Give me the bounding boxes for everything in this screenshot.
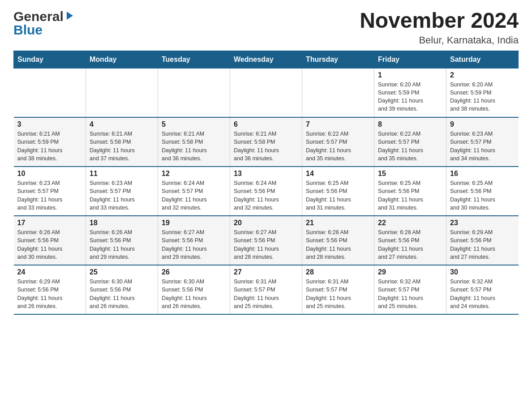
month-title: November 2024 bbox=[360, 9, 519, 33]
calendar-cell: 12Sunrise: 6:24 AM Sunset: 5:57 PM Dayli… bbox=[158, 167, 230, 216]
calendar-cell: 20Sunrise: 6:27 AM Sunset: 5:56 PM Dayli… bbox=[230, 216, 302, 265]
day-number: 9 bbox=[450, 120, 515, 128]
calendar-cell bbox=[158, 68, 230, 117]
header-day-thursday: Thursday bbox=[302, 51, 374, 68]
calendar-cell: 28Sunrise: 6:31 AM Sunset: 5:57 PM Dayli… bbox=[302, 265, 374, 314]
day-info: Sunrise: 6:23 AM Sunset: 5:57 PM Dayligh… bbox=[90, 179, 154, 212]
calendar-week-2: 3Sunrise: 6:21 AM Sunset: 5:59 PM Daylig… bbox=[14, 117, 519, 167]
day-info: Sunrise: 6:30 AM Sunset: 5:56 PM Dayligh… bbox=[162, 278, 226, 310]
day-number: 24 bbox=[17, 268, 82, 276]
calendar-cell: 23Sunrise: 6:29 AM Sunset: 5:56 PM Dayli… bbox=[446, 216, 519, 265]
day-info: Sunrise: 6:28 AM Sunset: 5:56 PM Dayligh… bbox=[378, 228, 442, 261]
day-info: Sunrise: 6:29 AM Sunset: 5:56 PM Dayligh… bbox=[450, 228, 515, 261]
calendar-cell: 10Sunrise: 6:23 AM Sunset: 5:57 PM Dayli… bbox=[14, 167, 86, 216]
calendar-cell: 18Sunrise: 6:26 AM Sunset: 5:56 PM Dayli… bbox=[86, 216, 158, 265]
day-info: Sunrise: 6:23 AM Sunset: 5:57 PM Dayligh… bbox=[450, 130, 515, 163]
day-number: 14 bbox=[306, 170, 370, 178]
day-number: 11 bbox=[90, 170, 154, 178]
header-day-saturday: Saturday bbox=[446, 51, 519, 68]
day-info: Sunrise: 6:32 AM Sunset: 5:57 PM Dayligh… bbox=[450, 278, 515, 310]
calendar-cell: 15Sunrise: 6:25 AM Sunset: 5:56 PM Dayli… bbox=[374, 167, 446, 216]
calendar-cell: 1Sunrise: 6:20 AM Sunset: 5:59 PM Daylig… bbox=[374, 68, 446, 117]
calendar-cell: 25Sunrise: 6:30 AM Sunset: 5:56 PM Dayli… bbox=[86, 265, 158, 314]
logo: General Blue bbox=[13, 9, 75, 38]
header-row: SundayMondayTuesdayWednesdayThursdayFrid… bbox=[14, 51, 519, 68]
calendar-week-4: 17Sunrise: 6:26 AM Sunset: 5:56 PM Dayli… bbox=[14, 216, 519, 265]
day-info: Sunrise: 6:21 AM Sunset: 5:58 PM Dayligh… bbox=[162, 130, 226, 163]
logo-general-text: General bbox=[13, 9, 64, 24]
day-info: Sunrise: 6:26 AM Sunset: 5:56 PM Dayligh… bbox=[90, 228, 154, 261]
day-number: 22 bbox=[378, 219, 442, 227]
day-number: 2 bbox=[450, 71, 515, 79]
day-info: Sunrise: 6:20 AM Sunset: 5:59 PM Dayligh… bbox=[450, 81, 515, 113]
day-info: Sunrise: 6:27 AM Sunset: 5:56 PM Dayligh… bbox=[234, 228, 298, 261]
logo-blue-text: Blue bbox=[13, 22, 43, 38]
title-block: November 2024 Belur, Karnataka, India bbox=[360, 9, 519, 46]
day-number: 29 bbox=[378, 268, 442, 276]
day-info: Sunrise: 6:32 AM Sunset: 5:57 PM Dayligh… bbox=[378, 278, 442, 310]
calendar-cell: 24Sunrise: 6:29 AM Sunset: 5:56 PM Dayli… bbox=[14, 265, 86, 314]
calendar-cell: 14Sunrise: 6:25 AM Sunset: 5:56 PM Dayli… bbox=[302, 167, 374, 216]
day-number: 7 bbox=[306, 120, 370, 128]
day-number: 10 bbox=[17, 170, 82, 178]
header-day-tuesday: Tuesday bbox=[158, 51, 230, 68]
day-number: 26 bbox=[162, 268, 226, 276]
day-info: Sunrise: 6:28 AM Sunset: 5:56 PM Dayligh… bbox=[306, 228, 370, 261]
day-number: 30 bbox=[450, 268, 515, 276]
calendar-cell bbox=[86, 68, 158, 117]
day-info: Sunrise: 6:31 AM Sunset: 5:57 PM Dayligh… bbox=[234, 278, 298, 310]
day-number: 4 bbox=[90, 120, 154, 128]
day-number: 15 bbox=[378, 170, 442, 178]
day-number: 27 bbox=[234, 268, 298, 276]
calendar-cell: 4Sunrise: 6:21 AM Sunset: 5:58 PM Daylig… bbox=[86, 117, 158, 167]
day-number: 8 bbox=[378, 120, 442, 128]
calendar-cell bbox=[302, 68, 374, 117]
calendar-cell: 27Sunrise: 6:31 AM Sunset: 5:57 PM Dayli… bbox=[230, 265, 302, 314]
calendar-cell: 17Sunrise: 6:26 AM Sunset: 5:56 PM Dayli… bbox=[14, 216, 86, 265]
day-info: Sunrise: 6:22 AM Sunset: 5:57 PM Dayligh… bbox=[378, 130, 442, 163]
day-number: 18 bbox=[90, 219, 154, 227]
day-info: Sunrise: 6:20 AM Sunset: 5:59 PM Dayligh… bbox=[378, 81, 442, 113]
day-info: Sunrise: 6:21 AM Sunset: 5:58 PM Dayligh… bbox=[234, 130, 298, 163]
page-header: General Blue November 2024 Belur, Karnat… bbox=[13, 9, 519, 46]
day-info: Sunrise: 6:24 AM Sunset: 5:56 PM Dayligh… bbox=[234, 179, 298, 212]
day-info: Sunrise: 6:29 AM Sunset: 5:56 PM Dayligh… bbox=[17, 278, 82, 310]
calendar-table: SundayMondayTuesdayWednesdayThursdayFrid… bbox=[13, 51, 519, 315]
calendar-cell: 3Sunrise: 6:21 AM Sunset: 5:59 PM Daylig… bbox=[14, 117, 86, 167]
calendar-cell: 30Sunrise: 6:32 AM Sunset: 5:57 PM Dayli… bbox=[446, 265, 519, 314]
day-number: 16 bbox=[450, 170, 515, 178]
day-info: Sunrise: 6:25 AM Sunset: 5:56 PM Dayligh… bbox=[378, 179, 442, 212]
day-number: 12 bbox=[162, 170, 226, 178]
calendar-cell: 8Sunrise: 6:22 AM Sunset: 5:57 PM Daylig… bbox=[374, 117, 446, 167]
calendar-cell: 19Sunrise: 6:27 AM Sunset: 5:56 PM Dayli… bbox=[158, 216, 230, 265]
header-day-sunday: Sunday bbox=[14, 51, 86, 68]
day-number: 3 bbox=[17, 120, 82, 128]
day-info: Sunrise: 6:25 AM Sunset: 5:56 PM Dayligh… bbox=[450, 179, 515, 212]
svg-marker-0 bbox=[67, 12, 73, 20]
calendar-week-1: 1Sunrise: 6:20 AM Sunset: 5:59 PM Daylig… bbox=[14, 68, 519, 117]
day-info: Sunrise: 6:26 AM Sunset: 5:56 PM Dayligh… bbox=[17, 228, 82, 261]
calendar-cell: 21Sunrise: 6:28 AM Sunset: 5:56 PM Dayli… bbox=[302, 216, 374, 265]
calendar-cell: 22Sunrise: 6:28 AM Sunset: 5:56 PM Dayli… bbox=[374, 216, 446, 265]
day-info: Sunrise: 6:21 AM Sunset: 5:58 PM Dayligh… bbox=[90, 130, 154, 163]
day-info: Sunrise: 6:25 AM Sunset: 5:56 PM Dayligh… bbox=[306, 179, 370, 212]
day-info: Sunrise: 6:21 AM Sunset: 5:59 PM Dayligh… bbox=[17, 130, 82, 163]
day-info: Sunrise: 6:22 AM Sunset: 5:57 PM Dayligh… bbox=[306, 130, 370, 163]
location-subtitle: Belur, Karnataka, India bbox=[360, 34, 519, 46]
day-info: Sunrise: 6:27 AM Sunset: 5:56 PM Dayligh… bbox=[162, 228, 226, 261]
logo-arrow-icon bbox=[65, 11, 75, 22]
calendar-body: 1Sunrise: 6:20 AM Sunset: 5:59 PM Daylig… bbox=[14, 68, 519, 314]
header-day-monday: Monday bbox=[86, 51, 158, 68]
day-info: Sunrise: 6:24 AM Sunset: 5:57 PM Dayligh… bbox=[162, 179, 226, 212]
day-info: Sunrise: 6:23 AM Sunset: 5:57 PM Dayligh… bbox=[17, 179, 82, 212]
day-number: 5 bbox=[162, 120, 226, 128]
calendar-cell bbox=[230, 68, 302, 117]
day-number: 28 bbox=[306, 268, 370, 276]
calendar-cell: 6Sunrise: 6:21 AM Sunset: 5:58 PM Daylig… bbox=[230, 117, 302, 167]
day-number: 1 bbox=[378, 71, 442, 79]
calendar-cell: 5Sunrise: 6:21 AM Sunset: 5:58 PM Daylig… bbox=[158, 117, 230, 167]
calendar-cell bbox=[14, 68, 86, 117]
day-number: 23 bbox=[450, 219, 515, 227]
calendar-cell: 9Sunrise: 6:23 AM Sunset: 5:57 PM Daylig… bbox=[446, 117, 519, 167]
day-info: Sunrise: 6:30 AM Sunset: 5:56 PM Dayligh… bbox=[90, 278, 154, 310]
